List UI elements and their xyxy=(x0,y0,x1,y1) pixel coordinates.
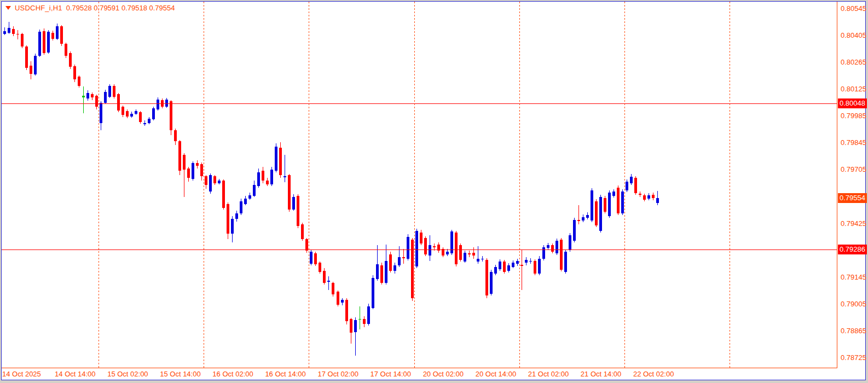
candle xyxy=(520,250,523,290)
candle xyxy=(148,117,151,124)
candle xyxy=(582,214,585,222)
candle xyxy=(354,317,357,356)
candle xyxy=(337,291,339,306)
candle xyxy=(222,179,225,210)
chart-plot[interactable] xyxy=(2,2,837,368)
time-axis-label: 20 Oct 02:00 xyxy=(423,370,464,378)
time-axis-label: 14 Oct 14:00 xyxy=(55,370,95,378)
candle xyxy=(187,167,190,182)
candle xyxy=(165,98,168,108)
candle xyxy=(91,92,94,100)
candle xyxy=(507,263,510,272)
candle xyxy=(235,211,238,222)
candle xyxy=(248,193,251,200)
candle xyxy=(595,199,598,227)
candle xyxy=(415,229,418,268)
candle xyxy=(135,109,137,115)
candle xyxy=(656,191,659,205)
candle xyxy=(358,306,361,329)
candle xyxy=(78,76,80,88)
time-axis-label: 17 Oct 02:00 xyxy=(317,370,358,378)
symbol-marker-icon xyxy=(5,6,11,10)
candle xyxy=(450,230,453,255)
candle xyxy=(279,142,282,178)
candle xyxy=(643,194,646,201)
candle xyxy=(82,86,85,113)
candle xyxy=(152,107,155,120)
candle xyxy=(319,262,321,274)
candle xyxy=(257,169,260,188)
candle xyxy=(402,249,405,264)
candle xyxy=(560,238,563,271)
candle xyxy=(95,95,98,109)
candle xyxy=(16,30,19,39)
candle xyxy=(292,194,295,211)
candle xyxy=(192,161,194,181)
mt-chart-window: USDCHF_i,H1 0.79528 0.79591 0.79518 0.79… xyxy=(1,1,866,380)
candle xyxy=(621,189,624,215)
price-axis[interactable]: 0.805450.804050.802650.801250.799850.798… xyxy=(837,2,865,368)
candle xyxy=(512,260,514,268)
candle xyxy=(56,24,59,40)
candle xyxy=(437,242,440,253)
price-line-badge: 0.79286 xyxy=(838,245,867,254)
time-axis[interactable]: 14 Oct 202514 Oct 14:0015 Oct 02:0015 Oc… xyxy=(2,369,837,379)
price-tick-label: 0.79845 xyxy=(841,138,866,147)
chart-title: USDCHF_i,H1 0.79528 0.79591 0.79518 0.79… xyxy=(5,4,175,12)
candle xyxy=(34,54,37,76)
price-tick-label: 0.80545 xyxy=(841,4,866,13)
candle xyxy=(301,223,304,241)
candle xyxy=(12,26,15,36)
candle xyxy=(314,252,317,266)
candle xyxy=(485,258,488,298)
price-line-badge: 0.80048 xyxy=(838,98,867,108)
candle xyxy=(178,140,181,175)
candle xyxy=(647,193,650,200)
candle xyxy=(3,27,6,35)
candle xyxy=(516,259,519,266)
time-axis-label: 22 Oct 02:00 xyxy=(633,370,674,378)
candle xyxy=(389,252,392,272)
candle xyxy=(262,167,264,183)
candle xyxy=(534,259,536,275)
candle xyxy=(442,247,444,257)
candle xyxy=(60,25,63,46)
candle xyxy=(266,178,269,186)
time-axis-label: 21 Oct 02:00 xyxy=(528,370,569,378)
candle xyxy=(244,196,247,205)
candle xyxy=(573,218,576,242)
candle xyxy=(529,258,532,264)
candle xyxy=(113,84,115,98)
candle xyxy=(490,270,493,295)
time-axis-label: 15 Oct 14:00 xyxy=(160,370,200,378)
candle xyxy=(126,109,129,118)
price-tick-label: 0.80265 xyxy=(841,58,866,66)
candle xyxy=(494,265,497,275)
price-tick-label: 0.78725 xyxy=(841,353,866,361)
candle xyxy=(459,243,462,262)
candle xyxy=(464,251,466,263)
candle xyxy=(542,245,545,260)
candle xyxy=(170,100,172,135)
time-axis-label: 17 Oct 14:00 xyxy=(371,370,411,378)
candle xyxy=(51,31,54,40)
time-axis-label: 16 Oct 02:00 xyxy=(212,370,253,378)
candle xyxy=(218,179,221,184)
candle xyxy=(86,90,89,101)
candle xyxy=(43,28,45,55)
candle xyxy=(288,174,291,212)
candle xyxy=(363,316,366,327)
candle xyxy=(634,176,637,195)
candle xyxy=(327,276,330,290)
candle xyxy=(332,282,334,297)
axis-frame xyxy=(2,2,837,368)
candle xyxy=(100,101,102,130)
time-axis-label: 21 Oct 14:00 xyxy=(581,370,621,378)
candle xyxy=(323,268,326,285)
price-tick-label: 0.79145 xyxy=(841,272,866,281)
candle xyxy=(345,298,348,324)
candle xyxy=(231,216,234,242)
candle xyxy=(25,45,28,70)
price-tick-label: 0.79705 xyxy=(841,165,866,173)
time-axis-label: 20 Oct 14:00 xyxy=(476,370,516,378)
